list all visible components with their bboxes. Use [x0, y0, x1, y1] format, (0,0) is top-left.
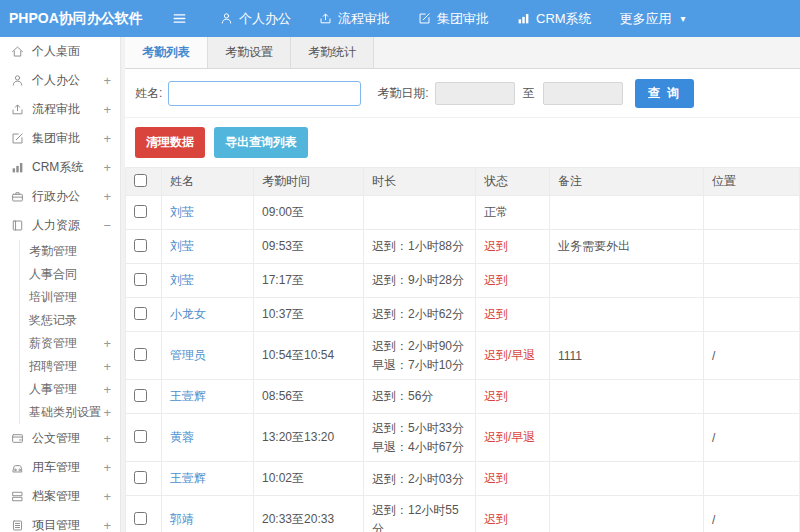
clean-data-button[interactable]: 清理数据: [135, 127, 205, 158]
sidebar-subitem-training-management[interactable]: 培训管理: [20, 286, 120, 309]
cell-location: [704, 462, 800, 496]
cell-attendance-time: 17:17至: [254, 264, 364, 298]
menu-item-label: 个人桌面: [32, 43, 111, 60]
sidebar-item-crm-system[interactable]: CRM系统+: [0, 153, 120, 182]
sidebar-subitem-salary-management[interactable]: 薪资管理+: [20, 332, 120, 355]
sidebar-subitem-attendance-management[interactable]: 考勤管理: [20, 240, 120, 263]
row-checkbox[interactable]: [134, 239, 147, 252]
project-icon: [11, 519, 27, 532]
status-badge: 正常: [476, 196, 550, 230]
employee-name-link[interactable]: 郭靖: [170, 512, 194, 526]
cell-note: [550, 196, 704, 230]
export-list-button[interactable]: 导出查询列表: [214, 127, 308, 158]
navbar-item-workflow-approval[interactable]: 流程审批: [305, 0, 404, 37]
navbar-item-label: 更多应用: [620, 10, 672, 28]
sidebar-item-group-approval[interactable]: 集团审批+: [0, 124, 120, 153]
collapse-icon[interactable]: −: [103, 218, 111, 233]
name-input[interactable]: [168, 81, 361, 106]
expand-icon[interactable]: +: [103, 460, 111, 475]
expand-icon[interactable]: +: [103, 518, 111, 532]
date-from-input[interactable]: [435, 82, 515, 105]
sidebar-submenu-human-resources: 考勤管理人事合同培训管理奖惩记录薪资管理+招聘管理+人事管理+基础类别设置+: [19, 240, 120, 424]
employee-name-link[interactable]: 小龙女: [170, 307, 206, 321]
row-checkbox[interactable]: [134, 307, 147, 320]
employee-name-link[interactable]: 王壹辉: [170, 389, 206, 403]
expand-icon[interactable]: +: [103, 336, 111, 351]
status-badge: 迟到: [476, 380, 550, 414]
row-checkbox[interactable]: [134, 389, 147, 402]
employee-name-link[interactable]: 刘莹: [170, 273, 194, 287]
expand-icon[interactable]: +: [103, 489, 111, 504]
expand-icon[interactable]: +: [103, 73, 111, 88]
row-checkbox[interactable]: [134, 273, 147, 286]
tab-attendance-list[interactable]: 考勤列表: [125, 37, 208, 68]
chart-icon: [11, 161, 27, 174]
select-all-checkbox[interactable]: [134, 174, 147, 187]
table-row: 刘莹17:17至迟到：9小时28分迟到: [126, 264, 800, 298]
expand-icon[interactable]: +: [103, 102, 111, 117]
sidebar-item-workflow-approval[interactable]: 流程审批+: [0, 95, 120, 124]
menu-item-label: 薪资管理: [29, 335, 103, 352]
expand-icon[interactable]: +: [103, 405, 111, 420]
navbar-item-group-approval[interactable]: 集团审批: [404, 0, 503, 37]
employee-name-link[interactable]: 管理员: [170, 348, 206, 362]
menu-item-label: 用车管理: [32, 459, 103, 476]
menu-toggle-button[interactable]: [162, 0, 196, 37]
archive-icon: [11, 490, 27, 503]
employee-name-link[interactable]: 刘莹: [170, 239, 194, 253]
cell-attendance-time: 10:54至10:54: [254, 332, 364, 380]
row-checkbox[interactable]: [134, 471, 147, 484]
cell-attendance-time: 09:00至: [254, 196, 364, 230]
employee-name-link[interactable]: 王壹辉: [170, 471, 206, 485]
employee-name-link[interactable]: 黄蓉: [170, 430, 194, 444]
cell-note: [550, 414, 704, 462]
navbar-item-more-apps[interactable]: 更多应用▾: [606, 0, 700, 37]
sidebar-item-archive-management[interactable]: 档案管理+: [0, 482, 120, 511]
sidebar-item-personal-office[interactable]: 个人办公+: [0, 66, 120, 95]
table-row: 王壹辉08:56至迟到：56分迟到: [126, 380, 800, 414]
row-checkbox[interactable]: [134, 205, 147, 218]
expand-icon[interactable]: +: [103, 131, 111, 146]
edit-icon: [11, 132, 27, 145]
filter-form: 姓名: 考勤日期: 至 查 询: [125, 69, 800, 118]
sidebar-item-vehicle-management[interactable]: 用车管理+: [0, 453, 120, 482]
status-badge: 迟到: [476, 264, 550, 298]
sidebar-subitem-personnel-management[interactable]: 人事管理+: [20, 378, 120, 401]
row-checkbox[interactable]: [134, 512, 147, 525]
sidebar-subitem-hr-contract[interactable]: 人事合同: [20, 263, 120, 286]
cell-attendance-time: 09:53至: [254, 230, 364, 264]
status-badge: 迟到: [476, 496, 550, 532]
expand-icon[interactable]: +: [103, 359, 111, 374]
tab-attendance-settings[interactable]: 考勤设置: [208, 37, 291, 68]
employee-name-link[interactable]: 刘莹: [170, 205, 194, 219]
table-header-row: 姓名 考勤时间 时长 状态 备注 位置: [126, 168, 800, 196]
menu-item-label: 公文管理: [32, 430, 103, 447]
cell-location: [704, 298, 800, 332]
expand-icon[interactable]: +: [103, 189, 111, 204]
date-to-input[interactable]: [543, 82, 623, 105]
col-header-time: 考勤时间: [254, 168, 364, 196]
edit-icon: [418, 12, 431, 25]
row-checkbox[interactable]: [134, 430, 147, 443]
tab-bar: 考勤列表考勤设置考勤统计: [125, 37, 800, 69]
sidebar-item-admin-office[interactable]: 行政办公+: [0, 182, 120, 211]
sidebar: 个人桌面个人办公+流程审批+集团审批+CRM系统+行政办公+人力资源−考勤管理人…: [0, 37, 120, 532]
table-row: 管理员10:54至10:54迟到：2小时90分早退：7小时10分迟到/早退111…: [126, 332, 800, 380]
row-checkbox[interactable]: [134, 348, 147, 361]
sidebar-subitem-reward-punishment[interactable]: 奖惩记录: [20, 309, 120, 332]
app-logo: PHPOA协同办公软件: [0, 10, 150, 28]
sidebar-subitem-recruit-management[interactable]: 招聘管理+: [20, 355, 120, 378]
expand-icon[interactable]: +: [103, 160, 111, 175]
navbar-item-personal-office[interactable]: 个人办公: [206, 0, 305, 37]
sidebar-item-doc-management[interactable]: 公文管理+: [0, 424, 120, 453]
expand-icon[interactable]: +: [103, 382, 111, 397]
cell-duration: 迟到：2小时90分早退：7小时10分: [364, 332, 476, 380]
tab-attendance-stats[interactable]: 考勤统计: [291, 37, 374, 68]
sidebar-subitem-base-category-settings[interactable]: 基础类别设置+: [20, 401, 120, 424]
navbar-item-crm-system[interactable]: CRM系统: [503, 0, 606, 37]
sidebar-item-project-management[interactable]: 项目管理+: [0, 511, 120, 532]
sidebar-item-human-resources[interactable]: 人力资源−: [0, 211, 120, 240]
search-button[interactable]: 查 询: [635, 79, 694, 108]
sidebar-item-personal-desktop[interactable]: 个人桌面: [0, 37, 120, 66]
expand-icon[interactable]: +: [103, 431, 111, 446]
